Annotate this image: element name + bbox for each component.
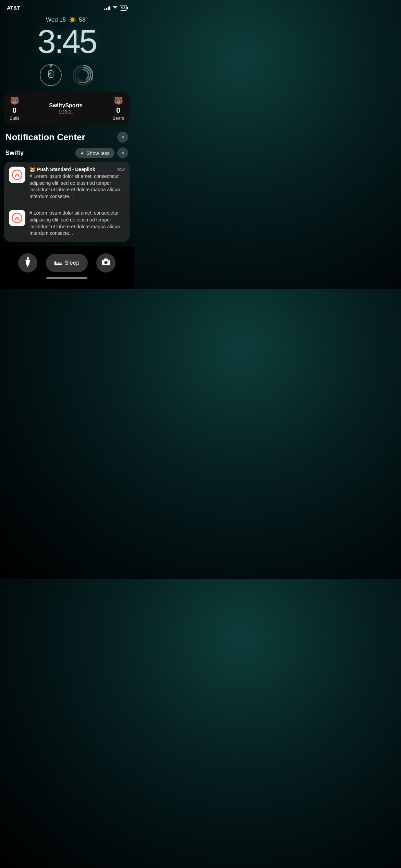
notification-title-1: 🐹 Push Standard - Deeplink	[29, 167, 95, 172]
sun-icon: ☀️	[69, 16, 76, 24]
sleep-bed-icon	[54, 259, 62, 267]
svg-rect-19	[59, 262, 62, 264]
notification-time-1: now	[117, 167, 125, 172]
notification-content-1: 🐹 Push Standard - Deeplink now # Lorem i…	[29, 167, 125, 200]
flashlight-icon	[24, 257, 31, 269]
home-team-name: Bulls	[10, 116, 19, 121]
notif-emoji-1: 🐹	[29, 167, 35, 172]
notification-body-2: # Lorem ipsum dolor sit amet, consectetu…	[29, 210, 125, 237]
svg-rect-18	[56, 262, 59, 264]
battery-indicator: 93	[120, 5, 127, 11]
camera-button[interactable]	[96, 253, 116, 273]
close-icon: ×	[121, 134, 124, 140]
bottom-actions: Sleep	[0, 253, 134, 273]
swifty-section-close-button[interactable]: ×	[117, 147, 128, 158]
svg-rect-23	[104, 258, 108, 260]
svg-rect-17	[54, 261, 56, 264]
notification-content-2: # Lorem ipsum dolor sit amet, consectetu…	[29, 210, 125, 237]
away-team-name: Bears	[112, 116, 124, 121]
close-icon: ×	[121, 150, 124, 156]
away-team-score: 0	[116, 106, 120, 115]
game-app-name: SwiftySports	[49, 103, 83, 109]
game-time: 1:28:21	[49, 109, 83, 114]
home-indicator	[46, 277, 87, 279]
app-icon-2	[9, 210, 25, 226]
app-icon-graphic-2	[10, 210, 25, 226]
sleep-button[interactable]: Sleep	[46, 254, 87, 272]
date-weather: Wed 15 ☀️ 58°	[0, 16, 134, 24]
app-icon-1	[9, 167, 25, 183]
flashlight-button[interactable]	[18, 253, 37, 273]
away-team-icon: 🐻	[114, 96, 123, 105]
svg-rect-14	[27, 265, 28, 267]
show-less-label: Show less	[86, 150, 110, 156]
camera-icon	[101, 258, 110, 268]
svg-rect-16	[54, 264, 62, 265]
activity-rings-widget	[72, 64, 94, 86]
carrier-label: AT&T	[7, 5, 20, 11]
section-actions: ▲ Show less ×	[75, 147, 128, 158]
lightning-icon: ⚡	[48, 63, 53, 68]
game-info: SwiftySports 1:28:21	[49, 103, 83, 114]
chevron-up-icon: ▲	[80, 150, 84, 155]
svg-rect-12	[27, 257, 29, 260]
home-team-score: 0	[12, 106, 16, 115]
svg-point-22	[105, 262, 107, 264]
status-right: 93	[104, 5, 127, 11]
swifty-section-header: Swifty ▲ Show less ×	[0, 146, 134, 162]
notification-card-1[interactable]: 🐹 Push Standard - Deeplink now # Lorem i…	[4, 162, 130, 205]
notification-center-close-button[interactable]: ×	[117, 132, 128, 143]
notif-title-text-1: Push Standard - Deeplink	[37, 167, 95, 172]
notification-title-row-1: 🐹 Push Standard - Deeplink now	[29, 167, 125, 172]
app-icon-graphic-1	[10, 167, 25, 182]
battery-level: 93	[121, 6, 125, 10]
sleep-label: Sleep	[64, 260, 79, 266]
svg-point-24	[108, 261, 109, 262]
home-team-icon: 🐻	[10, 96, 19, 105]
show-less-button[interactable]: ▲ Show less	[75, 148, 114, 158]
date-label: Wed 15	[46, 16, 66, 23]
away-team: 🐻 0 Bears	[112, 96, 124, 121]
swifty-app-name: Swifty	[5, 149, 24, 157]
watch-face-icon	[46, 69, 56, 81]
notification-center-header: Notification Center ×	[0, 125, 134, 146]
watch-widgets: ⚡	[0, 64, 134, 86]
clock-display: 3:45	[0, 25, 134, 58]
notification-center-title: Notification Center	[5, 132, 85, 143]
notification-cards: 🐹 Push Standard - Deeplink now # Lorem i…	[4, 162, 130, 242]
signal-bars-icon	[104, 6, 110, 10]
home-team: 🐻 0 Bulls	[10, 96, 19, 121]
wifi-icon	[112, 5, 118, 10]
watch-widget: ⚡	[40, 64, 62, 86]
svg-marker-13	[25, 260, 30, 265]
temperature-label: 58°	[79, 16, 88, 23]
score-widget: 🐻 0 Bulls SwiftySports 1:28:21 🐻 0 Bears	[4, 92, 130, 125]
notification-body-1: # Lorem ipsum dolor sit amet, consectetu…	[29, 173, 125, 200]
notification-card-2[interactable]: # Lorem ipsum dolor sit amet, consectetu…	[4, 205, 130, 241]
status-bar: AT&T 93	[0, 0, 134, 12]
bottom-bar: Sleep	[0, 246, 134, 289]
